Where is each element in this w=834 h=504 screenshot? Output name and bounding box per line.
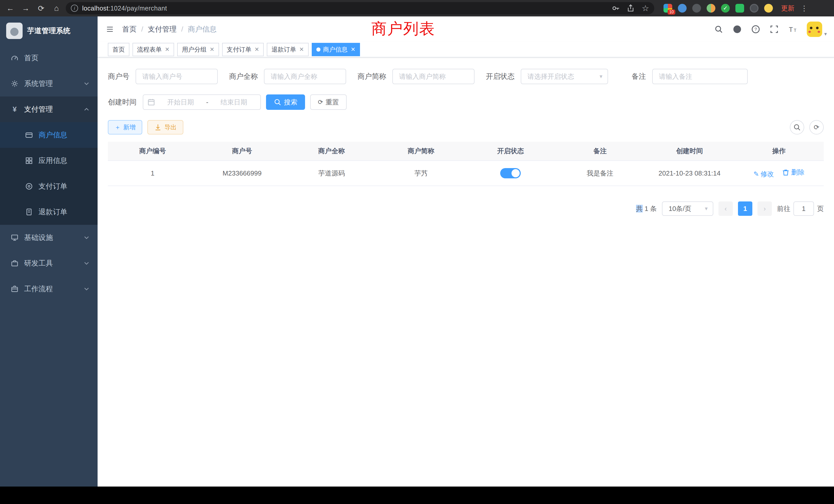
- breadcrumb-home[interactable]: 首页: [122, 24, 137, 34]
- chevron-down-icon: [83, 259, 90, 267]
- dashboard-icon: [10, 54, 19, 62]
- close-icon[interactable]: ✕: [299, 46, 304, 53]
- table-toolbar: ＋ 新增 导出 ⟳: [108, 120, 824, 135]
- sidebar-item-dev-tools[interactable]: 研发工具: [0, 250, 97, 276]
- prev-page-button[interactable]: ‹: [719, 202, 733, 216]
- close-icon[interactable]: ✕: [351, 46, 355, 53]
- tab-merchant-info[interactable]: 商户信息✕: [312, 43, 360, 56]
- goto-page-input[interactable]: [793, 202, 814, 216]
- share-icon[interactable]: [627, 4, 635, 12]
- sidebar-item-workflow[interactable]: 工作流程: [0, 276, 97, 302]
- column-header: 操作: [734, 142, 824, 161]
- browser-toolbar: ← → ⟳ ⌂ i localhost:1024/pay/merchant ☆ …: [0, 0, 834, 17]
- merchant-no-input[interactable]: [136, 69, 218, 84]
- page-number-1[interactable]: 1: [738, 202, 752, 216]
- delete-label: 删除: [791, 168, 805, 177]
- target-icon: [25, 182, 34, 190]
- sidebar-item-refund-order[interactable]: 退款订单: [0, 199, 97, 225]
- full-name-input[interactable]: [264, 69, 346, 84]
- font-size-icon[interactable]: TT: [788, 25, 797, 33]
- extension-note-icon[interactable]: [736, 4, 744, 13]
- reset-button-label: 重置: [326, 98, 339, 107]
- page-number-label: 1: [743, 205, 747, 213]
- range-separator: -: [206, 98, 208, 106]
- status-toggle[interactable]: [500, 168, 521, 178]
- export-button-label: 导出: [164, 123, 177, 131]
- sidebar-item-merchant-info[interactable]: 商户信息: [0, 122, 97, 148]
- breadcrumb-separator: /: [141, 25, 143, 33]
- remark-input[interactable]: [652, 69, 748, 84]
- bookmark-star-icon[interactable]: ☆: [642, 3, 649, 13]
- short-name-input[interactable]: [392, 69, 475, 84]
- column-header: 商户简称: [376, 142, 466, 161]
- refresh-table-button[interactable]: ⟳: [809, 120, 824, 135]
- chevron-down-icon: [83, 80, 90, 88]
- edit-label: 修改: [761, 169, 774, 179]
- extension-pinwheel-icon[interactable]: [750, 4, 759, 13]
- tab-process-form[interactable]: 流程表单✕: [132, 43, 174, 56]
- tab-home[interactable]: 首页: [108, 43, 129, 56]
- home-icon[interactable]: ⌂: [50, 2, 63, 14]
- app: 芋道管理系统 首页 系统管理 ¥ 支付管理 商户信息: [0, 17, 834, 486]
- extension-grid-icon[interactable]: 10: [663, 4, 672, 13]
- date-range-picker[interactable]: 开始日期 - 结束日期: [143, 94, 261, 110]
- sidebar-item-label: 支付管理: [24, 105, 53, 114]
- tab-refund-order[interactable]: 退款订单✕: [267, 43, 308, 56]
- chevron-up-icon: [83, 106, 90, 113]
- sidebar-item-infra[interactable]: 基础设施: [0, 225, 97, 250]
- tab-user-group[interactable]: 用户分组✕: [177, 43, 219, 56]
- calendar-icon: [147, 98, 155, 106]
- back-icon[interactable]: ←: [4, 2, 17, 14]
- page-size-select[interactable]: 10条/页 ▾: [662, 202, 713, 216]
- close-icon[interactable]: ✕: [165, 46, 170, 53]
- search-icon[interactable]: [714, 25, 723, 33]
- sidebar-item-pay-order[interactable]: 支付订单: [0, 174, 97, 199]
- sidebar-item-home[interactable]: 首页: [0, 45, 97, 71]
- close-icon[interactable]: ✕: [210, 46, 214, 53]
- fullscreen-icon[interactable]: [770, 25, 778, 33]
- close-icon[interactable]: ✕: [255, 46, 259, 53]
- extension-check-icon[interactable]: ✓: [721, 4, 730, 13]
- tags-view-bar: 首页 流程表单✕ 用户分组✕ 支付订单✕ 退款订单✕ 商户信息✕: [97, 42, 834, 58]
- user-avatar-menu[interactable]: ▾: [807, 22, 827, 37]
- export-button[interactable]: 导出: [147, 120, 183, 135]
- trash-icon: [782, 168, 790, 176]
- key-icon[interactable]: [612, 4, 620, 12]
- extension-emoji-icon[interactable]: [764, 4, 773, 13]
- browser-menu-icon[interactable]: ⋮: [798, 4, 810, 13]
- filter-label: 创建时间: [108, 97, 137, 107]
- table-row: 1 M233666999 芋道源码 芋艿 我是备注 2021-10-23 08:…: [108, 161, 824, 186]
- column-header: 商户全称: [287, 142, 376, 161]
- tab-pay-order[interactable]: 支付订单✕: [222, 43, 264, 56]
- browser-update-button[interactable]: 更新: [781, 4, 794, 13]
- status-select[interactable]: 请选择开启状态 ▾: [521, 69, 608, 84]
- extension-dark-circle-icon[interactable]: [692, 4, 701, 13]
- github-icon[interactable]: [733, 25, 742, 33]
- info-icon[interactable]: i: [71, 5, 78, 12]
- sidebar-item-app-info[interactable]: 应用信息: [0, 148, 97, 174]
- collapse-menu-icon[interactable]: [97, 17, 122, 42]
- extension-blue-icon[interactable]: [678, 4, 687, 13]
- help-icon[interactable]: ?: [751, 25, 760, 33]
- extension-avatar-icon[interactable]: [707, 4, 716, 13]
- sidebar-logo[interactable]: 芋道管理系统: [0, 17, 97, 45]
- cell-actions: ✎修改 删除: [734, 161, 824, 186]
- chevron-down-icon: ▾: [705, 205, 708, 212]
- add-button[interactable]: ＋ 新增: [108, 120, 142, 135]
- edit-link[interactable]: ✎修改: [753, 169, 774, 179]
- chevron-down-icon: [83, 234, 90, 242]
- delete-link[interactable]: 删除: [782, 168, 805, 177]
- main-area: 商户列表 首页 / 支付管理 / 商户信息 ? TT: [97, 17, 834, 486]
- reset-button[interactable]: ⟳ 重置: [310, 94, 347, 110]
- refresh-icon[interactable]: ⟳: [35, 2, 47, 14]
- active-dot: [316, 47, 321, 51]
- next-page-button[interactable]: ›: [758, 202, 772, 216]
- sidebar-item-system[interactable]: 系统管理: [0, 71, 97, 96]
- forward-icon[interactable]: →: [20, 2, 32, 14]
- search-button[interactable]: 搜索: [266, 94, 305, 110]
- toggle-search-button[interactable]: [790, 120, 804, 135]
- address-bar[interactable]: i localhost:1024/pay/merchant ☆: [66, 2, 654, 14]
- breadcrumb-pay[interactable]: 支付管理: [148, 24, 177, 34]
- sidebar-item-pay[interactable]: ¥ 支付管理: [0, 96, 97, 122]
- total-count: 1: [644, 205, 648, 212]
